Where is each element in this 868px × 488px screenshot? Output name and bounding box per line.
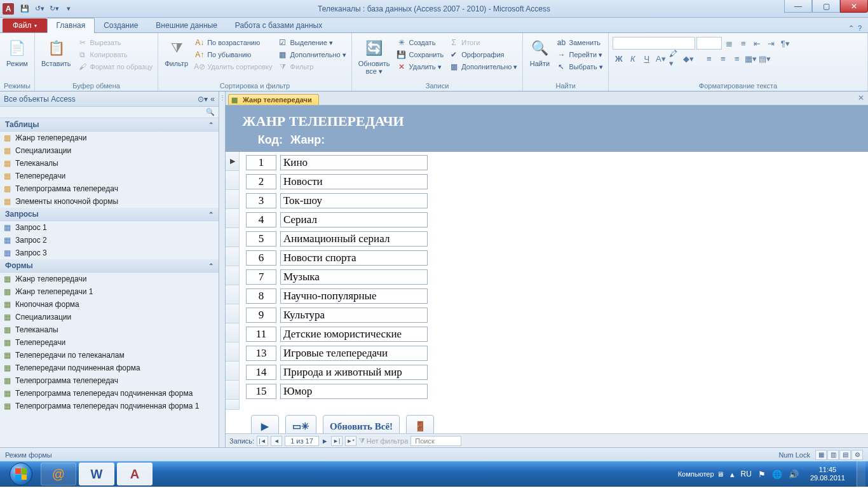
nav-item[interactable]: ▦Телепрограмма телепередач — [0, 182, 219, 195]
nav-item[interactable]: ▦Телепрограмма телепередач — [0, 374, 219, 387]
qat-save-icon[interactable]: 💾 — [18, 3, 31, 15]
spelling-button[interactable]: ✔Орфография — [447, 49, 519, 60]
goto-button[interactable]: →Перейти ▾ — [555, 49, 604, 60]
record-code-field[interactable]: 13 — [246, 346, 276, 361]
tray-volume-icon[interactable]: 🔊 — [789, 470, 799, 479]
start-button[interactable] — [4, 461, 38, 487]
tab-dbtools[interactable]: Работа с базами данных — [226, 18, 331, 32]
record-code-field[interactable]: 15 — [246, 384, 276, 399]
nav-item[interactable]: ▦Телепрограмма телепередач подчиненная ф… — [0, 387, 219, 400]
record-code-field[interactable]: 8 — [246, 288, 276, 304]
help-icon[interactable]: ? — [858, 24, 862, 32]
new-record-button[interactable]: ✳Создать — [395, 37, 445, 48]
record-genre-field[interactable]: Культура — [280, 308, 428, 323]
nav-item[interactable]: ▦Телеканалы — [0, 157, 219, 170]
indent-dec-icon[interactable]: ⇤ — [751, 37, 764, 50]
datin-view-btn[interactable]: ▥ — [827, 450, 839, 460]
copy-button[interactable]: ⧉Копировать — [76, 49, 154, 60]
navpane-dropdown-icon[interactable]: ⊙▾ — [198, 95, 208, 104]
nav-item[interactable]: ▦Жанр телепередачи 1 — [0, 285, 219, 298]
tray-computer[interactable]: Компьютер🖥 — [678, 470, 724, 478]
record-code-field[interactable]: 2 — [246, 174, 276, 189]
minimize-button[interactable]: — — [784, 0, 812, 13]
nav-item[interactable]: ▦Кнопочная форма — [0, 298, 219, 311]
record-selector[interactable] — [226, 171, 240, 190]
sort-asc-button[interactable]: A↓По возрастанию — [193, 37, 273, 48]
recnav-first-button[interactable]: |◄ — [257, 436, 268, 446]
record-selector[interactable] — [226, 266, 240, 285]
record-code-field[interactable]: 11 — [246, 327, 276, 342]
more-records-button[interactable]: ▦Дополнительно ▾ — [447, 61, 519, 72]
show-desktop-button[interactable] — [857, 461, 865, 487]
taskbar-app-access[interactable]: A — [117, 463, 153, 485]
underline-icon[interactable]: Ч — [641, 52, 653, 65]
align-left-icon[interactable]: ≡ — [703, 52, 715, 65]
tray-language[interactable]: RU — [741, 470, 752, 478]
recnav-search[interactable]: Поиск — [410, 436, 461, 446]
recnav-filter[interactable]: ⧩Нет фильтра — [359, 437, 409, 445]
save-record-button[interactable]: 💾Сохранить — [395, 49, 445, 60]
app-icon[interactable]: A — [3, 3, 14, 15]
navpane-collapse-icon[interactable]: « — [210, 95, 215, 104]
record-code-field[interactable]: 4 — [246, 212, 276, 227]
search-icon[interactable]: 🔍 — [206, 108, 215, 116]
delete-record-button[interactable]: ✕Удалить ▾ — [395, 61, 445, 72]
nav-group-Таблицы[interactable]: Таблицы⌃ — [0, 118, 219, 132]
bold-icon[interactable]: Ж — [613, 52, 625, 65]
text-direction-icon[interactable]: ¶▾ — [779, 37, 792, 50]
nav-item[interactable]: ▦Элементы кнопочной формы — [0, 195, 219, 208]
record-selector[interactable] — [226, 323, 240, 342]
document-close-icon[interactable]: ✕ — [858, 93, 864, 102]
record-selector[interactable] — [226, 247, 240, 266]
record-code-field[interactable]: 14 — [246, 365, 276, 380]
nav-item[interactable]: ▦Специализации — [0, 144, 219, 157]
record-genre-field[interactable]: Научно-популярные — [280, 288, 428, 304]
replace-button[interactable]: abЗаменить — [555, 37, 604, 48]
alt-row-icon[interactable]: ▤▾ — [759, 52, 771, 65]
nav-item[interactable]: ▦Специализации — [0, 311, 219, 323]
navpane-scroll[interactable]: Таблицы⌃▦Жанр телепередачи▦Специализации… — [0, 118, 219, 447]
gridlines-icon[interactable]: ▦▾ — [745, 52, 757, 65]
resize-handle[interactable]: ⋮ — [219, 92, 226, 447]
tab-external[interactable]: Внешние данные — [147, 18, 226, 32]
record-genre-field[interactable]: Игровые телепередачи — [280, 346, 428, 361]
sort-desc-button[interactable]: A↑По убыванию — [193, 49, 273, 60]
tab-home[interactable]: Главная — [47, 18, 95, 33]
bullets-icon[interactable]: ≣ — [723, 37, 736, 50]
tray-hidden-icon[interactable]: ▴ — [730, 470, 735, 479]
record-genre-field[interactable]: Кино — [280, 155, 428, 170]
tray-network-icon[interactable]: 🌐 — [772, 470, 782, 479]
font-size-combo[interactable] — [696, 37, 722, 50]
cut-button[interactable]: ✂Вырезать — [76, 37, 154, 48]
file-tab[interactable]: Файл — [3, 18, 47, 32]
nav-item[interactable]: ▦Жанр телепередачи — [0, 132, 219, 144]
design-view-btn[interactable]: ⚙ — [851, 450, 863, 460]
record-code-field[interactable]: 9 — [246, 308, 276, 323]
record-code-field[interactable]: 6 — [246, 250, 276, 266]
record-genre-field[interactable]: Музыка — [280, 269, 428, 285]
document-tab[interactable]: Жанр телепередачи — [228, 94, 319, 105]
nav-item[interactable]: ▦Запрос 1 — [0, 221, 219, 234]
recnav-next-button[interactable]: ► — [322, 437, 329, 445]
refresh-all-button[interactable]: 🔄 Обновить все ▾ — [356, 37, 393, 76]
record-selector[interactable]: ▶ — [226, 152, 240, 171]
nav-item[interactable]: ▦Жанр телепередачи — [0, 273, 219, 285]
record-genre-field[interactable]: Ток-шоу — [280, 193, 428, 208]
record-selector[interactable] — [226, 342, 240, 362]
nav-group-Формы[interactable]: Формы⌃ — [0, 259, 219, 273]
record-selector[interactable] — [226, 228, 240, 247]
totals-button[interactable]: ΣИтоги — [447, 37, 519, 48]
format-painter-button[interactable]: 🖌Формат по образцу — [76, 61, 154, 72]
find-button[interactable]: 🔍 Найти — [527, 37, 552, 69]
qat-redo-icon[interactable]: ↻▾ — [48, 3, 60, 15]
record-genre-field[interactable]: Анимационный сериал — [280, 231, 428, 247]
record-code-field[interactable]: 1 — [246, 155, 276, 170]
nav-item[interactable]: ▦Запрос 3 — [0, 247, 219, 259]
taskbar-app-mail[interactable]: @ — [41, 463, 76, 485]
new-record-form-button[interactable]: ▭✳ — [285, 415, 316, 433]
qat-customize-icon[interactable]: ▾ — [62, 3, 75, 15]
record-genre-field[interactable]: Юмор — [280, 384, 428, 399]
tab-create[interactable]: Создание — [95, 18, 147, 32]
minimize-ribbon-icon[interactable]: ⌃ — [848, 24, 854, 32]
nav-group-Запросы[interactable]: Запросы⌃ — [0, 208, 219, 221]
